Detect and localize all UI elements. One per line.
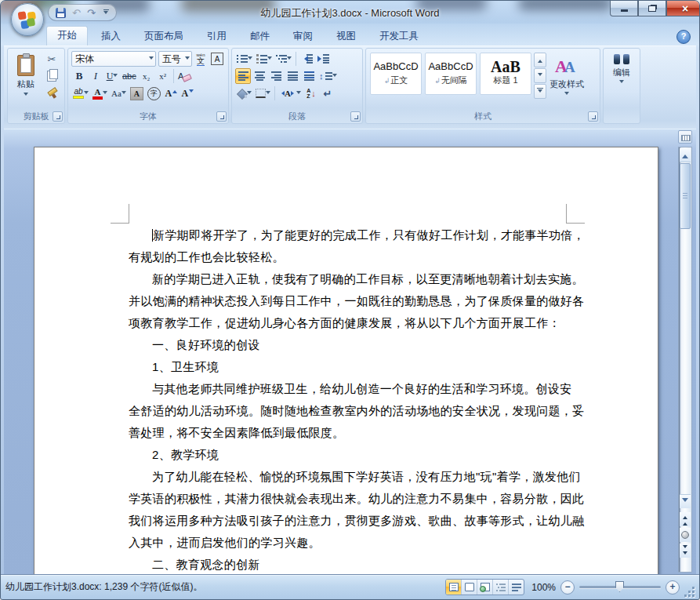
copy-button[interactable] [42,68,61,84]
title-bar: 幼儿园工作计划3.docx - Microsoft Word ↶ ↷ × [1,1,699,24]
restore-button[interactable] [638,1,666,16]
borders-button[interactable] [254,85,272,101]
vertical-scrollbar [678,130,692,573]
asian-layout-button[interactable]: A [277,85,303,101]
save-icon[interactable] [56,8,66,18]
shrink-font-button[interactable]: A [180,85,195,101]
font-name-select[interactable]: 宋体 [71,51,156,67]
redo-icon[interactable]: ↷ [87,8,96,18]
numbering-button[interactable] [255,51,274,67]
style-heading-1[interactable]: AaB标题 1 [480,53,531,95]
change-case-button[interactable]: Aa [110,85,128,101]
web-layout-icon [481,583,490,591]
style-no-spacing[interactable]: AaBbCcD↲无间隔 [425,53,477,95]
justify-button[interactable] [285,68,300,84]
view-print-layout-button[interactable] [446,580,462,595]
format-painter-button[interactable] [42,85,61,101]
close-button[interactable]: × [666,1,700,16]
zoom-out-button[interactable]: − [560,580,575,595]
superscript-button[interactable]: x² [155,68,171,84]
styles-scroll-down-button[interactable] [534,68,546,83]
styles-dialog-launcher[interactable] [588,111,598,122]
styles-scroll-up-button[interactable] [534,53,546,67]
undo-icon[interactable]: ↶ [72,8,81,18]
previous-page-button[interactable] [680,512,691,526]
styles-group-label: 样式 [366,111,600,122]
word-count-status[interactable]: 幼儿园工作计划3.docx: 1,239 个字符(近似值)。 [5,580,202,594]
tab-insert[interactable]: 插入 [91,27,131,45]
align-left-button[interactable] [235,68,251,84]
style-normal[interactable]: AaBbCcD↲正文 [370,53,422,95]
view-web-layout-button[interactable] [477,580,493,595]
editing-button[interactable]: 编辑 [604,49,640,108]
text-highlight-button[interactable]: ab [71,85,90,101]
minimize-button[interactable] [610,1,638,16]
styles-more-button[interactable] [534,84,546,99]
tab-mailings[interactable]: 邮件 [240,27,280,45]
tab-home[interactable]: 开始 [46,26,88,45]
tab-developer[interactable]: 开发工具 [369,27,429,45]
view-outline-button[interactable] [493,580,509,595]
phonetic-guide-button[interactable]: wén文 [193,51,209,67]
sort-button[interactable]: AZ↓ [303,85,319,101]
grow-font-button[interactable]: A [163,85,179,101]
paste-button[interactable]: 粘贴 [11,51,41,107]
multilevel-list-button[interactable] [274,51,293,67]
tab-references[interactable]: 引用 [197,27,237,45]
character-border-button[interactable]: A [209,51,225,67]
help-button[interactable]: ? [676,30,691,44]
character-shading-button[interactable]: A [129,85,145,101]
clipboard-dialog-launcher[interactable] [53,111,63,122]
underline-button[interactable]: U [104,68,120,84]
line-spacing-button[interactable]: ↕ [317,68,339,84]
resize-grip[interactable] [684,587,695,597]
office-button[interactable] [11,3,44,36]
shading-button[interactable] [235,85,253,101]
zoom-level[interactable]: 100% [529,582,556,593]
align-center-button[interactable] [252,68,267,84]
select-browse-object-button[interactable] [680,528,691,542]
align-right-button[interactable] [268,68,284,84]
character-border-icon: A [211,53,223,65]
font-size-select[interactable]: 五号 [158,51,192,67]
scroll-up-button[interactable] [680,148,691,162]
scroll-down-button[interactable] [680,494,691,508]
align-right-icon [271,71,281,81]
decrease-indent-button[interactable] [299,51,314,67]
increase-indent-button[interactable] [315,51,331,67]
cut-button[interactable]: ✂ [42,51,61,67]
document-page[interactable]: 新学期即将开学了，为了能更好的完成工作，只有做好工作计划，才能事半功倍，有规划的… [34,147,658,574]
next-page-button[interactable] [680,544,691,558]
show-marks-button[interactable]: ↵ [320,85,335,101]
view-full-screen-reading-button[interactable] [462,580,477,595]
tab-review[interactable]: 审阅 [283,27,323,45]
distributed-button[interactable] [301,68,317,84]
zoom-slider-thumb[interactable] [615,581,624,592]
ruler-toggle-button[interactable] [678,130,692,144]
tab-page-layout[interactable]: 页面布局 [134,27,194,45]
clear-formatting-button[interactable]: A [176,68,192,84]
bullets-button[interactable] [235,51,254,67]
view-draft-button[interactable] [509,580,524,595]
scrollbar-thumb[interactable] [680,163,691,229]
minimize-icon [621,9,628,12]
zoom-in-button[interactable]: + [666,580,680,595]
enclose-characters-button[interactable]: 字 [146,85,162,101]
paste-dropdown-icon [24,93,28,98]
print-layout-icon [449,583,459,591]
font-color-button[interactable]: A [91,85,109,101]
align-center-icon [255,71,265,81]
paragraph-dialog-launcher[interactable] [350,111,361,122]
tab-view[interactable]: 视图 [326,27,366,45]
format-painter-icon [47,89,57,99]
customize-qat-icon[interactable] [103,9,109,16]
font-dialog-launcher[interactable] [216,111,227,122]
change-styles-button[interactable]: AA 更改样式 [549,53,585,112]
italic-button[interactable]: I [88,68,103,84]
strikethrough-button[interactable]: abc [121,68,138,84]
bold-button[interactable]: B [71,68,87,84]
paragraph-group-label: 段落 [232,111,362,122]
zoom-slider[interactable] [579,586,661,588]
scrollbar-track[interactable] [678,147,692,573]
subscript-button[interactable]: x₂ [139,68,154,84]
